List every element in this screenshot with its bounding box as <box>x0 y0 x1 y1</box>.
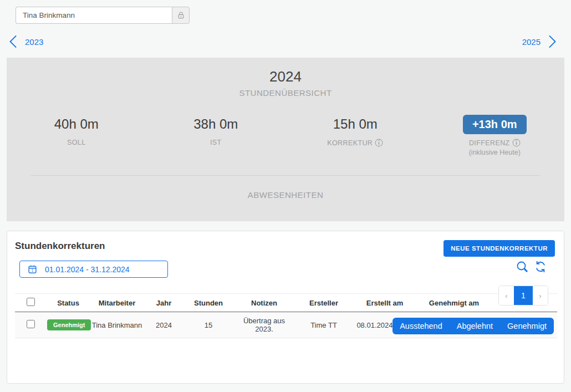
select-all-checkbox[interactable] <box>27 298 35 306</box>
chevron-left-icon <box>9 34 17 49</box>
stat-differenz: +13h 0m DIFFERENZ (inklusive Heute) <box>425 113 565 156</box>
col-erstellt-am: Erstellt am <box>352 294 417 312</box>
stat-korrektur-label: KORREKTUR <box>327 139 373 147</box>
differenz-badge: +13h 0m <box>463 115 527 134</box>
search-icon <box>516 260 529 273</box>
hours-overview-panel: 2024 STUNDENÜBERSICHT 40h 0m SOLL 38h 0m… <box>7 58 564 221</box>
table-tools <box>516 260 547 273</box>
svg-text:1: 1 <box>32 268 34 272</box>
absences-label: ABWESENHEITEN <box>7 190 564 200</box>
status-badge: Genehmigt <box>47 319 91 330</box>
lock-button[interactable] <box>172 7 190 24</box>
calendar-icon: 1 <box>28 264 37 274</box>
stat-soll-value: 40h 0m <box>54 116 99 132</box>
cell-mitarbeiter: Tina Brinkmann <box>90 312 144 338</box>
next-year-link[interactable]: 2025 <box>522 34 557 49</box>
refresh-icon <box>534 260 547 273</box>
next-year-label: 2025 <box>522 37 541 47</box>
col-notizen: Notizen <box>233 294 295 312</box>
differenz-note: (inklusive Heute) <box>425 149 565 156</box>
info-icon[interactable] <box>375 139 383 147</box>
cell-ersteller: Time TT <box>295 312 352 338</box>
stat-ist-label: IST <box>210 139 222 146</box>
col-status: Status <box>46 294 90 312</box>
overview-divider <box>31 175 540 176</box>
stat-korrektur-value: 15h 0m <box>333 116 378 132</box>
status-filter-group: Ausstehend Abgelehnt Genehmigt <box>392 318 554 334</box>
date-range-picker[interactable]: 1 01.01.2024 - 31.12.2024 <box>19 261 168 278</box>
chevron-right-icon <box>548 34 557 49</box>
stat-soll-label: SOLL <box>67 139 86 146</box>
cell-jahr: 2024 <box>144 312 184 338</box>
info-icon[interactable] <box>512 139 521 147</box>
col-stunden: Stunden <box>184 294 233 312</box>
row-select-cell <box>15 312 46 338</box>
col-jahr: Jahr <box>144 294 184 312</box>
table-header-row: Status Mitarbeiter Jahr Stunden Notizen … <box>15 294 557 312</box>
prev-year-label: 2023 <box>25 37 43 47</box>
search-button[interactable] <box>516 260 529 273</box>
lock-icon <box>177 11 185 19</box>
col-ersteller: Ersteller <box>295 294 352 312</box>
col-genehmigt-am: Genehmigt am <box>417 294 491 312</box>
filter-ausstehend-button[interactable]: Ausstehend <box>392 318 450 334</box>
employee-filter <box>16 7 190 24</box>
row-checkbox[interactable] <box>27 320 35 328</box>
filter-abgelehnt-button[interactable]: Abgelehnt <box>450 318 500 334</box>
stat-korrektur: 15h 0m KORREKTUR <box>286 113 425 156</box>
stat-ist: 38h 0m IST <box>146 113 286 156</box>
cell-stunden: 15 <box>184 312 233 338</box>
stat-ist-value: 38h 0m <box>193 116 238 132</box>
pagination-next-button[interactable]: › <box>533 286 548 305</box>
employee-name-input[interactable] <box>16 7 172 24</box>
prev-year-link[interactable]: 2023 <box>9 34 43 49</box>
corrections-panel: Stundenkorrekturen NEUE STUNDENKORREKTUR… <box>7 231 564 384</box>
pagination: ‹ 1 › <box>498 286 548 306</box>
col-mitarbeiter: Mitarbeiter <box>90 294 144 312</box>
cell-notizen: Übertrag aus 2023. <box>233 312 295 338</box>
filter-genehmigt-button[interactable]: Genehmigt <box>500 318 554 334</box>
cell-status: Genehmigt <box>46 312 90 338</box>
stat-differenz-label: DIFFERENZ <box>469 139 510 147</box>
date-range-label: 01.01.2024 - 31.12.2024 <box>45 265 130 274</box>
new-correction-button[interactable]: NEUE STUNDENKORREKTUR <box>443 240 555 257</box>
year-navigation: 2023 2025 <box>7 30 564 53</box>
overview-subtitle: STUNDENÜBERSICHT <box>7 88 564 98</box>
pagination-current-page[interactable]: 1 <box>514 286 533 305</box>
stat-soll: 40h 0m SOLL <box>7 113 146 156</box>
pagination-prev-button[interactable]: ‹ <box>499 286 514 305</box>
overview-year-title: 2024 <box>7 67 564 86</box>
refresh-button[interactable] <box>534 260 547 273</box>
stats-row: 40h 0m SOLL 38h 0m IST 15h 0m KORREKTUR … <box>7 113 564 156</box>
select-all-cell <box>15 294 46 312</box>
